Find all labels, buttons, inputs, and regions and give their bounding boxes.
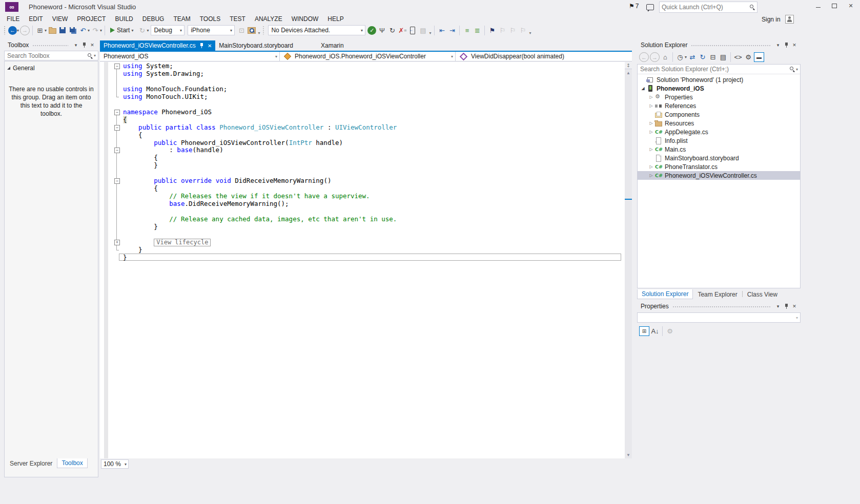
pin-icon[interactable] [199, 43, 204, 49]
close-icon[interactable]: ✕ [790, 302, 798, 310]
notification-flag-icon[interactable]: ⚑7 [629, 3, 639, 10]
tree-item-phonetranslator-cs[interactable]: ▷C#PhoneTranslator.cs [638, 162, 800, 171]
menu-window[interactable]: WINDOW [287, 14, 323, 24]
menu-tools[interactable]: TOOLS [195, 14, 225, 24]
menu-view[interactable]: VIEW [48, 14, 73, 24]
solution-explorer-search-input[interactable] [638, 66, 789, 73]
toolbar-overflow-icon[interactable]: ▾ [258, 31, 260, 37]
categorized-icon[interactable]: ⊞ [639, 326, 649, 336]
chevron-down-icon[interactable]: ▾ [45, 28, 47, 33]
document-tab[interactable]: Xamarin [317, 40, 347, 51]
splitter-handle[interactable]: ‡ [625, 62, 632, 69]
collapsed-arrow-icon[interactable]: ▷ [648, 103, 654, 108]
editor-vertical-scrollbar[interactable]: ‡ ▲ ▼ [625, 62, 632, 458]
toolbox-group-general[interactable]: General [5, 61, 98, 72]
editor-zoom-combo[interactable]: 100 % ▾ [101, 459, 129, 469]
editor-horizontal-scrollbar[interactable]: 100 % ▾ [100, 459, 632, 469]
restore-button[interactable] [826, 0, 843, 11]
user-avatar-icon[interactable] [785, 15, 794, 24]
toolbox-search-box[interactable]: ▾ [4, 51, 98, 60]
property-pages-icon[interactable]: ⚙ [665, 326, 674, 336]
toolbar-overflow-icon[interactable]: ▾ [429, 31, 431, 37]
view-code-icon[interactable]: <> [733, 52, 743, 62]
fold-expand-icon[interactable]: + [114, 240, 120, 245]
pin-icon[interactable] [80, 41, 88, 49]
pending-changes-filter-icon[interactable]: ◷ [675, 52, 685, 62]
tree-item-mainstoryboard-storyboard[interactable]: MainStoryboard.storyboard [638, 154, 800, 162]
fold-collapse-icon[interactable]: − [114, 148, 120, 153]
tab-team-explorer[interactable]: Team Explorer [693, 289, 742, 300]
preview-selected-items-icon[interactable]: ▬ [754, 52, 764, 62]
window-position-icon[interactable]: ▾ [774, 302, 782, 310]
uncomment-lines-icon[interactable]: ≣ [473, 25, 482, 35]
close-icon[interactable]: ✕ [88, 41, 96, 49]
unindent-icon[interactable]: ⇤ [437, 25, 446, 35]
chevron-down-icon[interactable]: ▾ [795, 67, 800, 72]
properties-grip[interactable] [672, 306, 770, 308]
chevron-down-icon[interactable]: ▾ [147, 28, 149, 33]
tree-item-properties[interactable]: ▷⚙Properties [638, 93, 800, 101]
fold-collapse-icon[interactable]: − [114, 178, 120, 184]
solution-configurations-combo[interactable]: Debug▾ [151, 25, 185, 35]
collapse-all-icon[interactable]: ⊟ [708, 52, 718, 62]
undo-icon[interactable]: ↶ [78, 25, 88, 35]
restart-icon[interactable]: ↻ [137, 25, 147, 35]
tree-item-phoneword-ios[interactable]: ◢Phoneword_iOS [638, 84, 800, 93]
new-window-icon[interactable]: ⊞ [35, 25, 45, 35]
tab-class-view[interactable]: Class View [743, 289, 782, 300]
feedback-icon[interactable] [646, 4, 654, 12]
menu-team[interactable]: TEAM [169, 14, 195, 24]
close-button[interactable]: ✕ [843, 0, 859, 11]
fold-collapse-icon[interactable]: − [114, 125, 120, 131]
tree-item-main-cs[interactable]: ▷C#Main.cs [638, 145, 800, 154]
alphabetical-icon[interactable]: A↓ [650, 326, 660, 336]
tree-item-info-plist[interactable]: Info.plist [638, 136, 800, 145]
sign-in-link[interactable]: Sign in [762, 16, 781, 23]
tree-item-phoneword-iosviewcontroller-cs[interactable]: ▷C#Phoneword_iOSViewController.cs [638, 171, 800, 180]
menu-edit[interactable]: EDIT [24, 14, 47, 24]
menu-debug[interactable]: DEBUG [138, 14, 169, 24]
forward-icon[interactable]: → [650, 52, 660, 62]
fold-collapse-icon[interactable]: − [114, 110, 120, 115]
menu-project[interactable]: PROJECT [72, 14, 110, 24]
clear-device-icon[interactable]: ✗= [398, 25, 407, 35]
tree-item-references[interactable]: ▷References [638, 101, 800, 110]
collapsed-arrow-icon[interactable]: ▷ [648, 147, 654, 152]
document-tab[interactable]: Phoneword_iOSViewController.cs✕ [100, 40, 215, 51]
document-tab[interactable]: MainStoryboard.storyboard [215, 40, 297, 51]
pin-icon[interactable] [782, 41, 790, 49]
save-icon[interactable] [58, 25, 67, 35]
prev-bookmark-icon[interactable]: ⚐ [498, 25, 507, 35]
toolbar-overflow-icon[interactable]: ▾ [529, 31, 531, 37]
navigate-forward-icon[interactable]: → [20, 26, 30, 35]
menu-test[interactable]: TEST [225, 14, 250, 24]
deploy-device-icon[interactable] [408, 25, 417, 35]
toggle-bookmark-icon[interactable]: ⚑ [487, 25, 497, 35]
scroll-down-icon[interactable]: ▼ [625, 451, 632, 458]
collapsed-arrow-icon[interactable]: ▷ [648, 95, 654, 99]
scroll-up-icon[interactable]: ▲ [625, 69, 632, 76]
tab-toolbox[interactable]: Toolbox [57, 458, 87, 468]
device-log-icon[interactable]: ⊡ [237, 25, 246, 35]
chevron-down-icon[interactable]: ▾ [88, 28, 90, 33]
close-icon[interactable]: ✕ [208, 43, 212, 49]
save-all-icon[interactable] [68, 25, 77, 35]
tab-server-explorer[interactable]: Server Explorer [5, 458, 57, 469]
comment-lines-icon[interactable]: ≡ [462, 25, 472, 35]
project-dropdown[interactable]: Phoneword_iOS ▾ [100, 52, 280, 61]
member-dropdown[interactable]: ViewDidDisappear(bool animated) [456, 52, 632, 61]
solution-explorer-grip[interactable] [691, 45, 770, 47]
tree-item-solution-phoneword-1-project-[interactable]: Solution 'Phoneword' (1 project) [638, 75, 800, 84]
menu-build[interactable]: BUILD [110, 14, 137, 24]
toolbox-grip[interactable] [32, 45, 68, 47]
open-file-icon[interactable] [48, 25, 57, 35]
find-in-files-icon[interactable] [247, 25, 256, 35]
navigate-back-icon[interactable]: ← [8, 26, 17, 35]
minimize-button[interactable] [810, 0, 826, 11]
collapsed-arrow-icon[interactable]: ▷ [648, 173, 654, 178]
home-icon[interactable]: ⌂ [661, 52, 670, 62]
tree-item-appdelegate-cs[interactable]: ▷C#AppDelegate.cs [638, 128, 800, 136]
chevron-down-icon[interactable]: ▾ [685, 55, 687, 59]
device-copy-icon[interactable]: ▤ [418, 25, 427, 35]
start-debug-button[interactable]: Start▾ [108, 25, 136, 35]
